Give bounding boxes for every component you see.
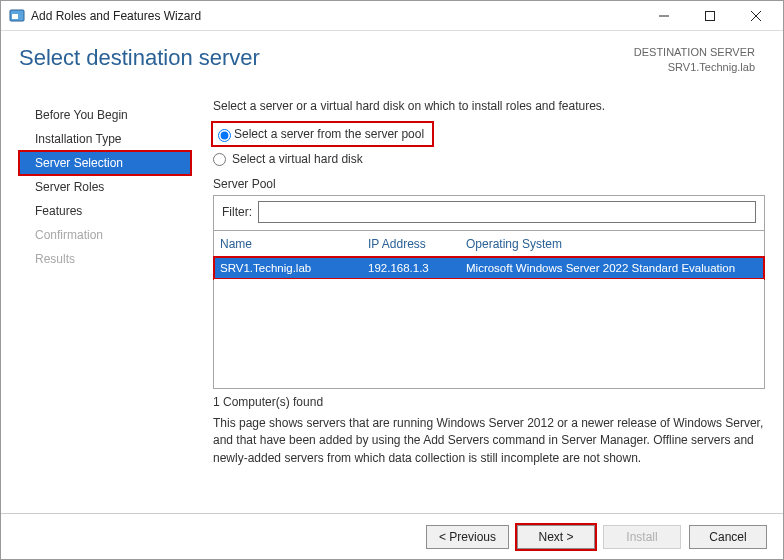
col-os[interactable]: Operating System: [466, 237, 758, 251]
step-features[interactable]: Features: [19, 199, 191, 223]
destination-label: DESTINATION SERVER: [634, 45, 755, 60]
previous-button[interactable]: < Previous: [426, 525, 509, 549]
step-before-you-begin[interactable]: Before You Begin: [19, 103, 191, 127]
col-ip[interactable]: IP Address: [368, 237, 466, 251]
instruction-text: Select a server or a virtual hard disk o…: [213, 99, 765, 113]
svg-rect-3: [706, 11, 715, 20]
step-installation-type[interactable]: Installation Type: [19, 127, 191, 151]
maximize-button[interactable]: [687, 1, 733, 31]
col-name[interactable]: Name: [220, 237, 368, 251]
cell-name: SRV1.Technig.lab: [220, 262, 368, 274]
table-header: Name IP Address Operating System: [214, 231, 764, 257]
table-body-empty: [214, 279, 764, 388]
radio-vhd[interactable]: [213, 153, 226, 166]
radio-server-pool-label: Select a server from the server pool: [234, 127, 424, 141]
filter-input[interactable]: [258, 201, 756, 223]
server-pool-label: Server Pool: [213, 177, 765, 191]
description-text: This page shows servers that are running…: [213, 415, 765, 467]
step-server-selection[interactable]: Server Selection: [19, 151, 191, 175]
destination-info: DESTINATION SERVER SRV1.Technig.lab: [634, 45, 755, 75]
cell-os: Microsoft Windows Server 2022 Standard E…: [466, 262, 758, 274]
filter-label: Filter:: [222, 205, 252, 219]
radio-server-pool[interactable]: [218, 129, 231, 142]
next-button[interactable]: Next >: [517, 525, 595, 549]
main-area: Before You Begin Installation Type Serve…: [1, 99, 783, 513]
svg-rect-1: [12, 14, 18, 19]
header: Select destination server DESTINATION SE…: [1, 31, 783, 99]
computers-found: 1 Computer(s) found: [213, 395, 765, 409]
table-row[interactable]: SRV1.Technig.lab 192.168.1.3 Microsoft W…: [214, 257, 764, 279]
window-title: Add Roles and Features Wizard: [31, 9, 641, 23]
close-button[interactable]: [733, 1, 779, 31]
cell-ip: 192.168.1.3: [368, 262, 466, 274]
destination-value: SRV1.Technig.lab: [634, 60, 755, 75]
minimize-button[interactable]: [641, 1, 687, 31]
install-button: Install: [603, 525, 681, 549]
wizard-icon: [9, 8, 25, 24]
content-pane: Select a server or a virtual hard disk o…: [191, 99, 765, 513]
footer: < Previous Next > Install Cancel: [1, 513, 783, 559]
step-confirmation: Confirmation: [19, 223, 191, 247]
step-server-roles[interactable]: Server Roles: [19, 175, 191, 199]
title-bar: Add Roles and Features Wizard: [1, 1, 783, 31]
cancel-button[interactable]: Cancel: [689, 525, 767, 549]
radio-server-pool-group[interactable]: Select a server from the server pool: [213, 123, 432, 145]
radio-vhd-label: Select a virtual hard disk: [232, 152, 363, 166]
radio-vhd-group[interactable]: Select a virtual hard disk: [213, 149, 765, 169]
page-title: Select destination server: [19, 45, 634, 71]
wizard-steps: Before You Begin Installation Type Serve…: [19, 99, 191, 513]
server-table: Name IP Address Operating System SRV1.Te…: [213, 231, 765, 389]
filter-box: Filter:: [213, 195, 765, 231]
step-results: Results: [19, 247, 191, 271]
